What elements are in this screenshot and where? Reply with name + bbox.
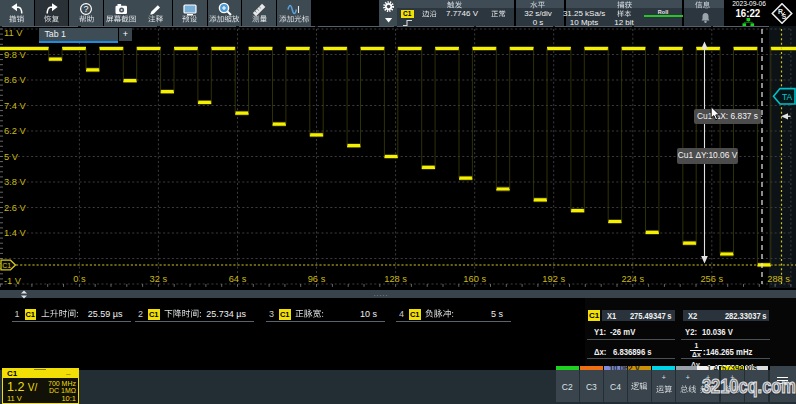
svg-text:224 s: 224 s <box>621 274 644 284</box>
svg-text:2.6 V: 2.6 V <box>4 203 27 213</box>
svg-text:96 s: 96 s <box>308 274 326 284</box>
svg-text:9.8 V: 9.8 V <box>4 50 27 60</box>
svg-text:288 s: 288 s <box>767 274 790 284</box>
svg-text:11 V: 11 V <box>4 28 23 38</box>
svg-text:256 s: 256 s <box>700 274 723 284</box>
svg-text:C1: C1 <box>2 262 11 269</box>
svg-text:-1 V: -1 V <box>4 276 22 286</box>
svg-text:192 s: 192 s <box>542 274 565 284</box>
svg-text:128 s: 128 s <box>384 274 407 284</box>
svg-text:3.8 V: 3.8 V <box>4 177 27 187</box>
svg-text:8.6 V: 8.6 V <box>4 75 27 85</box>
svg-text:64 s: 64 s <box>229 274 247 284</box>
svg-text:7.4 V: 7.4 V <box>4 101 27 111</box>
svg-text:0 s: 0 s <box>73 274 86 284</box>
svg-text:1.4 V: 1.4 V <box>4 228 27 238</box>
svg-text:160 s: 160 s <box>463 274 486 284</box>
svg-text:32 s: 32 s <box>150 274 168 284</box>
svg-text:5 V: 5 V <box>4 152 19 162</box>
svg-text:TA: TA <box>782 92 793 102</box>
svg-text:6.2 V: 6.2 V <box>4 126 27 136</box>
